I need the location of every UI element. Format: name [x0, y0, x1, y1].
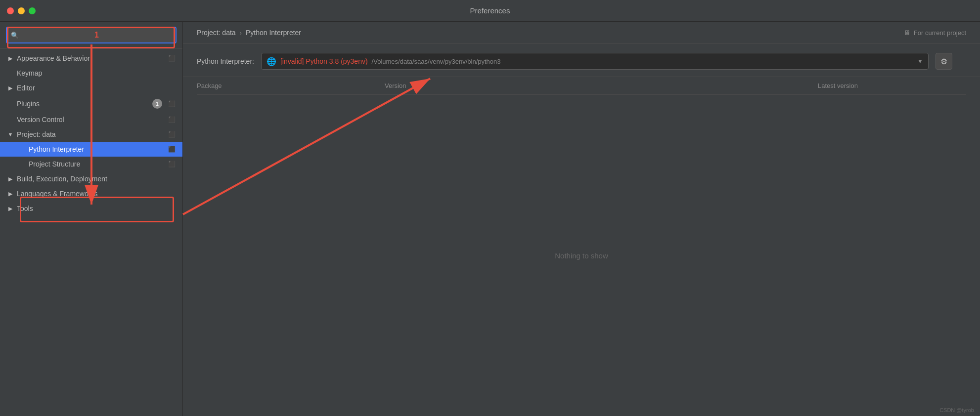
copy-icon: ⬛: [168, 116, 176, 123]
search-box[interactable]: 🔍 1: [6, 27, 177, 43]
copy-icon: ⬛: [168, 100, 176, 107]
chevron-icon: [7, 175, 14, 182]
sidebar-item-label: Tools: [17, 205, 176, 212]
sidebar-item-keymap[interactable]: Keymap: [0, 66, 182, 81]
dropdown-arrow-icon: ▼: [917, 58, 923, 65]
chevron-icon: [7, 116, 14, 123]
interpreter-gear-button[interactable]: ⚙: [935, 53, 952, 70]
nav-section: Appearance & Behavior ⬛ Keymap Editor Pl…: [0, 49, 182, 218]
titlebar: Preferences: [0, 0, 980, 22]
sidebar-item-editor[interactable]: Editor: [0, 81, 182, 95]
traffic-lights: [7, 7, 36, 14]
breadcrumb-info: 🖥 For current project: [904, 29, 966, 37]
sidebar-item-label: Keymap: [17, 69, 176, 77]
chevron-icon: [7, 84, 14, 91]
breadcrumb-info-text: For current project: [914, 29, 966, 37]
window-title: Preferences: [470, 6, 510, 15]
maximize-button[interactable]: [29, 7, 36, 14]
chevron-icon: [7, 100, 14, 107]
interpreter-label: Python Interpreter:: [197, 57, 254, 65]
col-package-header: Package: [197, 82, 385, 89]
gear-icon: ⚙: [940, 57, 947, 66]
sidebar-item-appearance[interactable]: Appearance & Behavior ⬛: [0, 51, 182, 66]
interpreter-dropdown[interactable]: 🌐 [invalid] Python 3.8 (py3env) /Volumes…: [261, 53, 929, 70]
plugins-badge: 1: [152, 99, 162, 109]
sidebar-item-label: Build, Execution, Deployment: [17, 175, 176, 183]
sidebar-item-plugins[interactable]: Plugins 1 ⬛: [0, 95, 182, 112]
globe-icon: 🌐: [267, 56, 276, 66]
sidebar-item-label: Languages & Frameworks: [17, 190, 176, 198]
chevron-icon: [7, 131, 14, 138]
chevron-icon: [19, 161, 26, 167]
search-box-wrapper: 🔍 1: [0, 22, 182, 49]
copy-icon: ⬛: [168, 55, 176, 62]
minimize-button[interactable]: [18, 7, 25, 14]
sidebar-item-label: Project Structure: [29, 160, 165, 168]
sidebar-item-build-exec[interactable]: Build, Execution, Deployment: [0, 171, 182, 186]
monitor-icon: 🖥: [904, 29, 911, 37]
interpreter-path: /Volumes/data/saas/venv/py3env/bin/pytho…: [372, 58, 501, 65]
sidebar-item-tools[interactable]: Tools: [0, 201, 182, 216]
sidebar-item-languages[interactable]: Languages & Frameworks: [0, 186, 182, 201]
content-area: Project: data › Python Interpreter 🖥 For…: [183, 22, 980, 416]
sidebar-item-project-structure[interactable]: Project Structure ⬛: [0, 157, 182, 171]
chevron-icon: [7, 55, 14, 62]
sidebar-item-project-data[interactable]: Project: data ⬛: [0, 127, 182, 142]
breadcrumb-current: Python Interpreter: [246, 29, 301, 37]
breadcrumb: Project: data › Python Interpreter 🖥 For…: [183, 22, 980, 44]
sidebar-item-label: Plugins: [17, 100, 152, 108]
sidebar: 🔍 1 Appearance & Behavior ⬛ Keymap Edito…: [0, 22, 183, 416]
package-table: Package Version Latest version Nothing t…: [183, 77, 980, 416]
interpreter-section: Python Interpreter: 🌐 [invalid] Python 3…: [183, 44, 980, 77]
sidebar-item-label: Python Interpreter: [29, 145, 165, 153]
sidebar-item-label: Version Control: [17, 116, 165, 124]
breadcrumb-project: Project: data: [197, 29, 236, 37]
chevron-icon: [7, 205, 14, 212]
table-body: Nothing to show: [197, 95, 966, 416]
copy-icon: ⬛: [168, 131, 176, 138]
empty-message: Nothing to show: [555, 251, 608, 260]
sidebar-item-version-control[interactable]: Version Control ⬛: [0, 112, 182, 127]
sidebar-item-python-interpreter[interactable]: Python Interpreter ⬛: [0, 142, 182, 157]
col-latest-header: Latest version: [818, 82, 966, 89]
col-version-header: Version: [385, 82, 818, 89]
sidebar-item-label: Project: data: [17, 130, 165, 138]
main-container: 🔍 1 Appearance & Behavior ⬛ Keymap Edito…: [0, 22, 980, 416]
chevron-icon: [7, 190, 14, 197]
copy-icon: ⬛: [168, 146, 176, 153]
chevron-icon: [19, 146, 26, 153]
search-icon: 🔍: [11, 32, 19, 39]
sidebar-item-label: Editor: [17, 84, 176, 92]
table-header: Package Version Latest version: [197, 77, 966, 95]
search-value: 1: [22, 31, 172, 40]
close-button[interactable]: [7, 7, 14, 14]
interpreter-invalid-text: [invalid] Python 3.8 (py3env): [280, 57, 368, 65]
chevron-icon: [7, 70, 14, 77]
copy-icon: ⬛: [168, 161, 176, 167]
sidebar-item-label: Appearance & Behavior: [17, 54, 165, 62]
breadcrumb-separator: ›: [240, 29, 242, 37]
